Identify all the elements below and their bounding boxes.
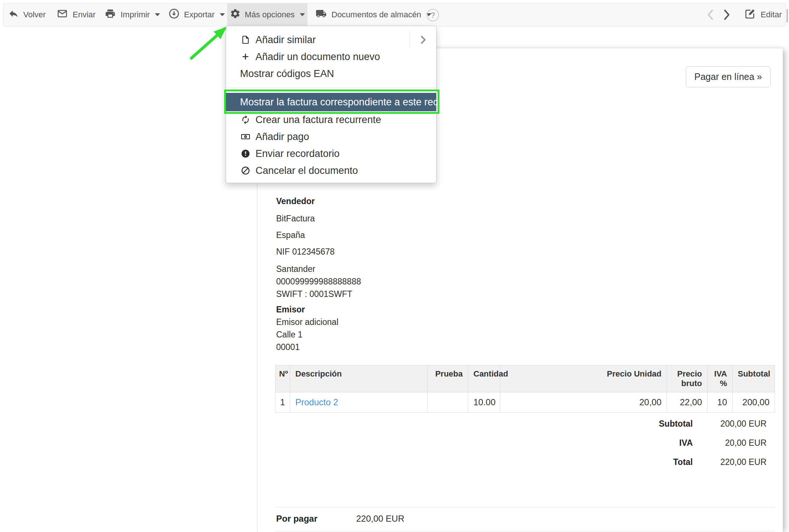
vendor-tax-id: NIF 012345678 — [276, 247, 361, 257]
toolbar-divider — [787, 9, 788, 22]
total-value: 220,00 EUR — [693, 457, 767, 467]
export-button[interactable]: Exportar — [163, 3, 230, 26]
banknote-icon — [240, 132, 251, 141]
send-button[interactable]: Enviar — [51, 3, 100, 26]
amount-due-label: Por pagar — [276, 514, 356, 524]
warehouse-documents-button[interactable]: Documentos de almacén — [310, 3, 436, 26]
amount-due-value: 220,00 EUR — [356, 514, 404, 524]
chevron-left-icon — [706, 9, 714, 20]
amount-due-row: Por pagar 220,00 EUR — [276, 514, 404, 524]
menu-item-label: Mostrar la factura correspondiente a est… — [240, 97, 451, 108]
help-label: ? — [431, 11, 435, 20]
more-options-button[interactable]: Más opciones — [227, 3, 307, 26]
print-button[interactable]: Imprimir — [99, 3, 165, 26]
gear-icon — [230, 8, 241, 21]
menu-divider — [226, 87, 436, 88]
vendor-name: BitFactura — [276, 214, 361, 224]
cell-quantity: 10.00 — [468, 392, 500, 413]
menu-item-create-recurring-invoice[interactable]: Crear una factura recurrente — [226, 111, 436, 128]
vendor-swift: SWIFT : 0001SWFT — [276, 288, 361, 300]
totals-block: Subtotal 200,00 EUR IVA 20,00 EUR Total … — [515, 419, 767, 476]
vendor-bank-details: Santander 000099999988888888 SWIFT : 000… — [276, 263, 361, 300]
issuer-street: Calle 1 — [276, 328, 361, 341]
menu-item-add-similar[interactable]: Añadir similar — [226, 31, 436, 48]
due-divider — [275, 531, 775, 531]
back-button-label: Volver — [23, 10, 46, 20]
file-icon — [240, 35, 251, 45]
exclamation-circle-icon — [240, 149, 251, 158]
issuer-heading: Emisor — [276, 303, 361, 316]
vat-value: 20,00 EUR — [693, 438, 767, 448]
subtotal-value: 200,00 EUR — [693, 419, 767, 429]
menu-item-cancel-document[interactable]: Cancelar el documento — [226, 162, 436, 179]
menu-item-show-related-invoice[interactable]: Mostrar la factura correspondiente a est… — [226, 93, 436, 111]
submenu-arrow[interactable] — [410, 31, 436, 48]
export-button-label: Exportar — [184, 10, 215, 20]
pay-online-button[interactable]: Pagar en línea » — [686, 66, 771, 87]
more-options-menu: Añadir similar Añadir un documento nuevo… — [226, 26, 437, 183]
header-number: Nº — [275, 365, 290, 392]
vendor-country: España — [276, 230, 361, 240]
menu-item-show-ean-codes[interactable]: Mostrar códigos EAN — [226, 65, 436, 82]
back-button[interactable]: Volver — [3, 3, 51, 26]
print-button-label: Imprimir — [121, 10, 150, 20]
vendor-bank-account: 000099999988888888 — [276, 275, 361, 288]
edit-button[interactable]: Editar — [739, 3, 786, 26]
vat-label: IVA — [515, 438, 693, 448]
menu-item-label: Añadir pago — [256, 131, 309, 143]
cell-gross-price: 22,00 — [667, 392, 708, 413]
header-gross-price: Precio bruto — [667, 365, 708, 392]
next-document-button[interactable] — [721, 8, 733, 21]
undo-arrow-icon — [8, 8, 19, 21]
header-vat: IVA % — [708, 365, 733, 392]
vendor-heading: Vendedor — [276, 196, 361, 206]
header-quantity: Cantidad — [468, 365, 500, 392]
menu-item-label: Añadir similar — [256, 34, 316, 46]
menu-item-label: Añadir un documento nuevo — [256, 51, 380, 63]
vendor-bank-name: Santander — [276, 263, 361, 275]
pay-online-label: Pagar en línea » — [694, 71, 762, 82]
menu-item-label: Crear una factura recurrente — [256, 114, 381, 126]
line-items-table: Nº Descripción Prueba Cantidad Precio Un… — [275, 365, 775, 413]
table-header-row: Nº Descripción Prueba Cantidad Precio Un… — [275, 365, 775, 392]
total-label: Total — [515, 457, 693, 467]
chevron-right-icon — [723, 9, 731, 20]
header-subtotal: Subtotal — [733, 365, 775, 392]
envelope-icon — [56, 8, 69, 21]
parties-block: Vendedor BitFactura España NIF 012345678… — [276, 196, 361, 353]
ban-icon — [240, 166, 251, 175]
subtotal-label: Subtotal — [515, 419, 693, 429]
due-divider — [275, 507, 775, 507]
cell-number: 1 — [275, 392, 290, 413]
menu-item-label: Cancelar el documento — [256, 165, 358, 176]
plus-icon — [240, 52, 251, 62]
printer-icon — [104, 8, 117, 21]
cell-unit-price: 20,00 — [500, 392, 667, 413]
issuer-postal-code: 00001 — [276, 341, 361, 353]
edit-button-label: Editar — [761, 10, 782, 20]
product-link[interactable]: Producto 2 — [295, 397, 338, 407]
cell-prueba — [428, 392, 468, 413]
menu-item-add-payment[interactable]: Añadir pago — [226, 128, 436, 145]
cell-subtotal: 200,00 — [733, 392, 775, 413]
line-items-table-wrap: Nº Descripción Prueba Cantidad Precio Un… — [275, 365, 775, 413]
send-button-label: Enviar — [73, 10, 95, 20]
header-description: Descripción — [290, 365, 428, 392]
menu-item-add-new-document[interactable]: Añadir un documento nuevo — [226, 48, 436, 65]
refresh-icon — [240, 115, 251, 125]
previous-document-button[interactable] — [704, 8, 716, 21]
help-button[interactable]: ? — [427, 9, 439, 21]
caret-down-icon — [300, 13, 305, 16]
subtotal-row: Subtotal 200,00 EUR — [515, 419, 767, 429]
menu-item-send-reminder[interactable]: Enviar recordatorio — [226, 145, 436, 162]
chevron-right-icon — [420, 35, 426, 44]
issuer-name: Emisor adicional — [276, 316, 361, 328]
truck-icon — [315, 8, 327, 21]
download-circle-icon — [168, 8, 180, 22]
vat-row: IVA 20,00 EUR — [515, 438, 767, 448]
toolbar: Volver Enviar Imprimir Exportar — [3, 3, 786, 27]
warehouse-documents-label: Documentos de almacén — [331, 10, 421, 20]
total-row: Total 220,00 EUR — [515, 457, 767, 467]
caret-down-icon — [155, 13, 160, 16]
cell-description: Producto 2 — [290, 392, 428, 413]
